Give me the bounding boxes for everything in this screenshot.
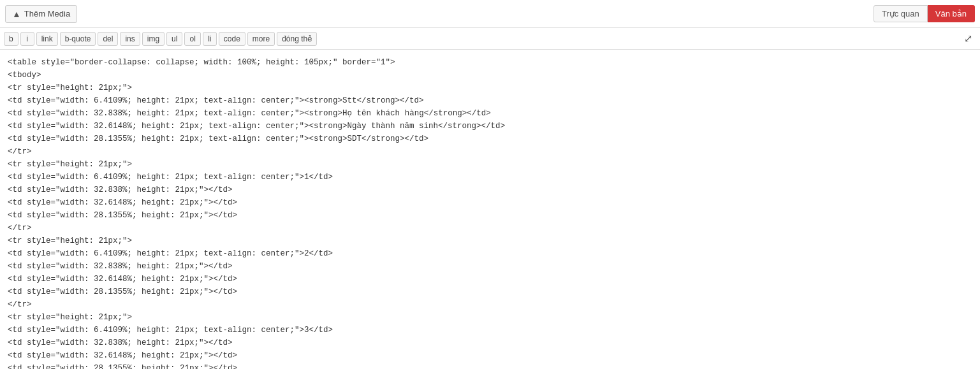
fmt-link[interactable]: link [36,32,58,46]
fmt-li[interactable]: li [203,32,217,46]
fmt-ins[interactable]: ins [120,32,140,46]
fmt-dong-the[interactable]: đóng thẻ [277,32,317,46]
format-toolbar: b i link b-quote del ins img ul ol li co… [0,28,980,50]
fmt-b-quote[interactable]: b-quote [60,32,96,46]
add-media-label: Thêm Media [24,9,70,18]
plus-icon: ▲ [12,9,21,19]
fmt-b[interactable]: b [4,32,18,46]
fmt-ul[interactable]: ul [166,32,182,46]
add-media-button[interactable]: ▲ Thêm Media [5,5,77,23]
tab-van-ban[interactable]: Văn bản [928,5,975,22]
fmt-ol[interactable]: ol [184,32,200,46]
fmt-code[interactable]: code [219,32,245,46]
tab-truc-quan[interactable]: Trực quan [874,5,928,22]
fullscreen-button[interactable]: ⤢ [960,31,976,46]
fmt-img[interactable]: img [142,32,165,46]
top-bar: ▲ Thêm Media Trực quan Văn bản [0,0,980,28]
fmt-more[interactable]: more [247,32,275,46]
fmt-i[interactable]: i [20,32,34,46]
view-tabs: Trực quan Văn bản [874,5,975,22]
code-editor[interactable]: <table style="border-collapse: collapse;… [0,50,980,369]
fmt-del[interactable]: del [98,32,118,46]
